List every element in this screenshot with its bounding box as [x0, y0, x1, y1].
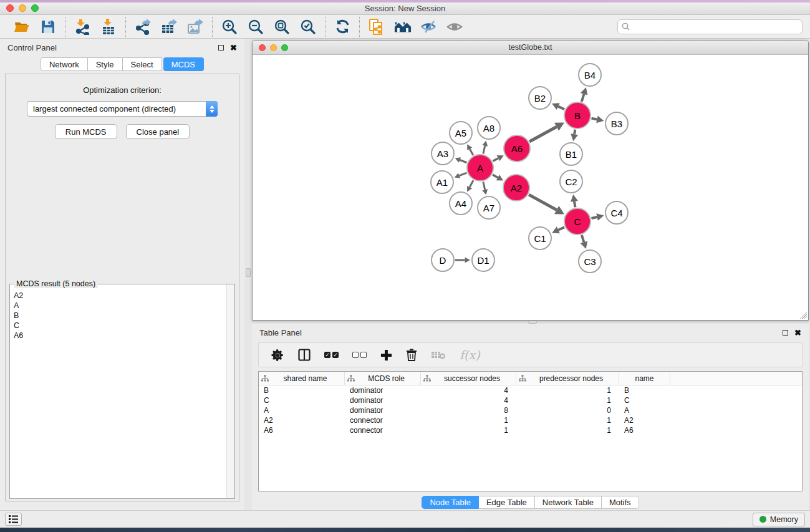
- refresh-view-button[interactable]: [334, 18, 351, 36]
- graph-edge-A-A8[interactable]: [483, 146, 485, 154]
- table-row[interactable]: A6connector11A6: [259, 425, 802, 435]
- deselect-all-button[interactable]: [352, 352, 367, 358]
- table-row[interactable]: Bdominator41B: [259, 385, 802, 395]
- tab-mcds[interactable]: MCDS: [163, 57, 204, 71]
- hide-panels-button[interactable]: [420, 18, 438, 36]
- column-header-shared_name[interactable]: shared name: [259, 372, 345, 385]
- show-task-history-button[interactable]: [5, 513, 22, 526]
- graph-node-C1[interactable]: C1: [528, 226, 552, 250]
- select-all-button[interactable]: ✓ ✓: [324, 352, 339, 358]
- tab-network-table[interactable]: Network Table: [535, 496, 602, 509]
- float-panel-icon[interactable]: [218, 45, 224, 51]
- float-panel-icon[interactable]: [783, 330, 788, 336]
- zoom-out-button[interactable]: [247, 18, 264, 36]
- splitpane-handle-icon[interactable]: [528, 321, 537, 324]
- splitpane-divider-vertical[interactable]: [244, 39, 252, 510]
- graph-node-C[interactable]: C: [564, 208, 591, 235]
- graph-node-B2[interactable]: B2: [528, 86, 552, 110]
- graph-node-B[interactable]: B: [564, 102, 591, 129]
- graph-edge-C-C1[interactable]: [558, 227, 564, 230]
- network-zoom-icon[interactable]: [281, 44, 288, 51]
- mcds-result-list[interactable]: A2ABCA6: [10, 284, 226, 498]
- table-settings-button[interactable]: [271, 349, 284, 362]
- resize-grip-icon[interactable]: [799, 311, 807, 319]
- memory-button[interactable]: Memory: [753, 513, 805, 526]
- mcds-result-scrollbar[interactable]: [226, 284, 234, 498]
- graph-node-B3[interactable]: B3: [605, 112, 629, 135]
- mcds-result-item[interactable]: A: [14, 301, 224, 311]
- graph-node-A2[interactable]: A2: [503, 174, 530, 201]
- graph-edge-C-C4[interactable]: [591, 217, 597, 218]
- close-panel-button[interactable]: Close panel: [126, 124, 190, 139]
- graph-edge-B-B3[interactable]: [592, 118, 597, 120]
- graph-edge-C-C3[interactable]: [582, 235, 584, 242]
- show-starter-panel-button[interactable]: [394, 18, 412, 36]
- graph-node-A4[interactable]: A4: [449, 191, 473, 215]
- run-mcds-button[interactable]: Run MCDS: [55, 124, 117, 139]
- export-table-button[interactable]: [160, 18, 178, 36]
- graph-edge-B-B4[interactable]: [582, 94, 584, 102]
- mcds-result-item[interactable]: A2: [14, 291, 224, 301]
- close-panel-icon[interactable]: ✖: [230, 44, 237, 52]
- save-session-button[interactable]: [39, 18, 57, 36]
- search-input[interactable]: [630, 22, 798, 31]
- show-panels-button[interactable]: [446, 18, 464, 36]
- graph-node-B1[interactable]: B1: [559, 142, 583, 166]
- show-column-panel-button[interactable]: [298, 349, 311, 361]
- graph-node-A8[interactable]: A8: [477, 116, 501, 140]
- graph-node-D1[interactable]: D1: [471, 248, 495, 272]
- delete-columns-button[interactable]: [406, 349, 417, 361]
- graph-node-A5[interactable]: A5: [449, 121, 473, 145]
- graph-node-C4[interactable]: C4: [605, 201, 629, 225]
- tab-style[interactable]: Style: [88, 57, 123, 71]
- splitpane-divider-horizontal[interactable]: [252, 321, 809, 324]
- graph-node-B4[interactable]: B4: [578, 63, 602, 87]
- close-window-icon[interactable]: [6, 4, 14, 12]
- open-session-button[interactable]: [13, 18, 31, 36]
- import-table-button[interactable]: [100, 18, 117, 36]
- graph-node-A3[interactable]: A3: [431, 142, 455, 165]
- mcds-result-item[interactable]: C: [14, 321, 224, 331]
- export-network-button[interactable]: [134, 18, 152, 36]
- graph-edge-A-A6[interactable]: [493, 158, 498, 162]
- import-network-button[interactable]: [74, 18, 91, 36]
- graph-edge-A6-B[interactable]: [529, 127, 556, 142]
- search-field[interactable]: [617, 19, 803, 34]
- graph-node-D[interactable]: D: [431, 248, 455, 272]
- graph-edge-A-A4[interactable]: [470, 180, 473, 187]
- column-header-successor_nodes[interactable]: successor nodes: [421, 372, 516, 385]
- splitpane-handle-icon[interactable]: [246, 268, 251, 277]
- table-row[interactable]: A2connector11A2: [259, 415, 802, 425]
- mcds-result-item[interactable]: A6: [14, 331, 224, 341]
- delete-table-button[interactable]: [431, 350, 446, 360]
- zoom-window-icon[interactable]: [31, 4, 39, 12]
- tab-select[interactable]: Select: [123, 57, 162, 71]
- graph-node-A1[interactable]: A1: [430, 170, 454, 194]
- export-image-button[interactable]: [186, 18, 204, 36]
- tab-network[interactable]: Network: [41, 57, 88, 71]
- graph-edge-A-A2[interactable]: [493, 175, 498, 178]
- table-row[interactable]: Cdominator41C: [259, 395, 802, 405]
- graph-edge-A-A1[interactable]: [460, 173, 467, 176]
- zoom-fit-button[interactable]: [273, 18, 291, 36]
- column-header-predecessor_nodes[interactable]: predecessor nodes: [516, 372, 619, 385]
- function-builder-button[interactable]: f(x): [460, 348, 480, 362]
- graph-edge-A-A5[interactable]: [470, 149, 473, 155]
- network-minimize-icon[interactable]: [270, 44, 277, 51]
- tab-node-table[interactable]: Node Table: [422, 496, 479, 509]
- minimize-window-icon[interactable]: [19, 4, 26, 12]
- new-session-from-network-button[interactable]: [368, 18, 385, 36]
- tab-edge-table[interactable]: Edge Table: [479, 496, 535, 509]
- network-close-icon[interactable]: [259, 44, 266, 51]
- column-header-name[interactable]: name: [619, 372, 670, 385]
- graph-node-A6[interactable]: A6: [503, 135, 531, 162]
- network-window-titlebar[interactable]: testGlobe.txt: [253, 41, 808, 55]
- column-header-mcds_role[interactable]: MCDS role: [345, 372, 421, 385]
- graph-node-A7[interactable]: A7: [477, 196, 501, 220]
- table-row[interactable]: Adominator80A: [259, 405, 802, 415]
- close-panel-icon[interactable]: ✖: [794, 329, 801, 337]
- graph-node-C2[interactable]: C2: [559, 170, 583, 193]
- zoom-selected-button[interactable]: [299, 18, 317, 36]
- add-column-button[interactable]: [380, 349, 392, 361]
- graph-edge-A-A3[interactable]: [460, 160, 466, 163]
